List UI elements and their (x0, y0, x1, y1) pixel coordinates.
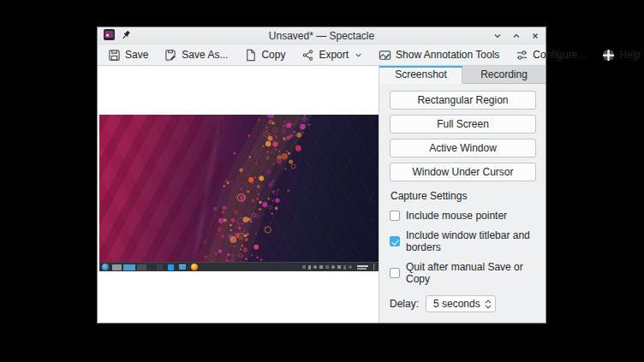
tab-screenshot[interactable]: Screenshot (379, 66, 462, 84)
save-as-label: Save As... (182, 49, 228, 61)
tray-icon (331, 265, 335, 269)
show-annotation-tools-button[interactable]: Show Annotation Tools (379, 49, 499, 62)
kde-launcher-icon (102, 264, 109, 270)
checkbox[interactable] (390, 211, 400, 221)
task-entry-active (123, 264, 135, 270)
preview-pane (98, 66, 379, 323)
sliders-configure-icon (516, 49, 528, 62)
tray-icon (302, 265, 306, 269)
spin-down-icon (485, 305, 492, 309)
option-quit-after-save[interactable]: Quit after manual Save or Copy (390, 261, 536, 285)
task-entry (137, 264, 146, 270)
minimize-button[interactable] (493, 32, 502, 40)
folder-app-icon (179, 264, 186, 270)
full-screen-button[interactable]: Full Screen (390, 115, 536, 134)
close-icon (531, 32, 540, 40)
export-label: Export (319, 49, 349, 61)
chevron-down-icon (355, 51, 362, 59)
window-title: Unsaved* — Spectacle (98, 30, 546, 42)
taskbar-app-icon (168, 264, 174, 270)
delay-spinbox[interactable]: 5 seconds (426, 295, 496, 312)
active-window-button[interactable]: Active Window (390, 139, 536, 157)
show-annotation-tools-label: Show Annotation Tools (396, 49, 499, 61)
help-buoy-icon (602, 49, 615, 62)
spin-up-icon (485, 300, 492, 304)
image-annotation-icon (379, 49, 391, 62)
tray-icon (313, 265, 317, 269)
capture-settings-heading: Capture Settings (391, 190, 536, 202)
floppy-save-as-icon (164, 49, 177, 62)
option-label: Include window titlebar and borders (406, 229, 536, 253)
tray-icon (319, 265, 323, 269)
configure-button[interactable]: Configure... (516, 49, 586, 62)
rectangular-region-button[interactable]: Rectangular Region (390, 91, 536, 110)
option-include-mouse-pointer[interactable]: Include mouse pointer (390, 210, 536, 222)
help-label: Help (619, 49, 641, 61)
show-desktop-widget (373, 264, 376, 270)
tray-icon (343, 265, 346, 270)
share-export-icon (301, 49, 314, 62)
maximize-icon (512, 32, 521, 40)
option-label: Include mouse pointer (406, 210, 507, 222)
tray-icon (337, 265, 341, 269)
task-entry (112, 264, 122, 270)
help-button[interactable]: Help (602, 49, 644, 62)
taskbar-app-icon (157, 264, 163, 270)
copy-button[interactable]: Copy (244, 49, 285, 62)
clock (357, 265, 368, 270)
maximize-button[interactable] (512, 32, 521, 40)
checkbox[interactable] (390, 236, 400, 246)
preview-taskbar (99, 262, 379, 271)
option-include-window-titlebar[interactable]: Include window titlebar and borders (390, 229, 536, 253)
window-under-cursor-button[interactable]: Window Under Cursor (390, 163, 536, 181)
spinbox-arrows-icon[interactable] (485, 300, 492, 309)
delay-label: Delay: (390, 298, 419, 310)
tray-icon (349, 265, 352, 269)
firefox-app-icon (191, 264, 198, 270)
screenshot-preview[interactable] (99, 115, 379, 271)
floppy-save-icon (108, 49, 121, 62)
save-button[interactable]: Save (108, 49, 148, 62)
option-label: Quit after manual Save or Copy (406, 261, 536, 285)
checkbox[interactable] (390, 268, 400, 278)
toolbar: Save Save As... Copy Export (98, 45, 546, 65)
save-as-button[interactable]: Save As... (164, 49, 228, 62)
delay-row: Delay: 5 seconds (390, 295, 536, 312)
wallpaper-dots (99, 115, 379, 262)
titlebar[interactable]: Unsaved* — Spectacle (98, 27, 546, 45)
tray-icon (308, 265, 311, 270)
copy-page-icon (244, 49, 257, 62)
save-label: Save (125, 49, 148, 61)
export-button[interactable]: Export (301, 49, 362, 62)
copy-label: Copy (261, 49, 285, 61)
pin-icon[interactable] (121, 28, 131, 44)
tray-icon (325, 265, 329, 269)
minimize-icon (493, 32, 502, 40)
configure-label: Configure... (533, 49, 586, 61)
spectacle-window: Unsaved* — Spectacle Save (97, 27, 546, 323)
spectacle-app-icon (104, 28, 115, 44)
close-button[interactable] (531, 32, 540, 40)
sidebar: Screenshot Recording Rectangular Region … (379, 66, 546, 323)
tab-bar: Screenshot Recording (379, 66, 546, 84)
delay-value: 5 seconds (433, 298, 485, 310)
tab-recording[interactable]: Recording (462, 66, 546, 84)
